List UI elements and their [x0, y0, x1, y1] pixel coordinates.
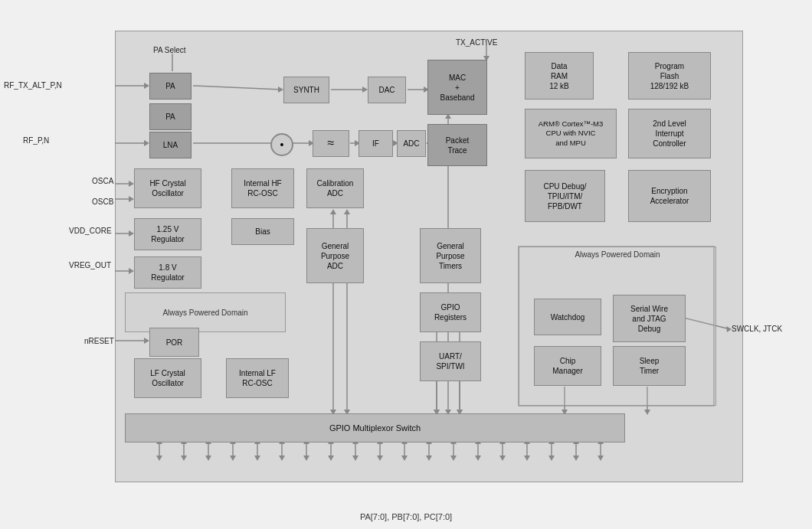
encryption-block: EncryptionAccelerator — [628, 170, 711, 222]
v18-block: 1.8 VRegulator — [134, 256, 201, 289]
serial-wire-block: Serial Wireand JTAGDebug — [613, 295, 686, 342]
internal-lf-block: Internal LFRC-OSC — [226, 358, 289, 398]
diagram-wrapper: TX_ACTIVE PA Select SWCLK, JTCK RF_TX_AL… — [0, 0, 812, 529]
synth-block: SYNTH — [283, 77, 329, 103]
swclk-jtck-label: SWCLK, JTCK — [732, 325, 782, 333]
adc-block: ADC — [397, 130, 426, 157]
oscb-label: OSCB — [92, 198, 113, 206]
if-block: IF — [359, 130, 393, 157]
lna-block: LNA — [149, 132, 192, 158]
gp-adc-block: GeneralPurposeADC — [306, 228, 364, 283]
pa-select-label: PA Select — [153, 46, 186, 54]
gpio-reg-block: GPIORegisters — [420, 292, 481, 332]
tx-active-label: TX_ACTIVE — [456, 38, 497, 47]
always-powered-large-label: Always Powered Domain — [575, 250, 660, 259]
osca-label: OSCA — [92, 177, 113, 185]
data-ram-block: DataRAM12 kB — [525, 52, 594, 100]
lf-crystal-block: LF CrystalOscillator — [134, 358, 201, 398]
program-flash-block: ProgramFlash128/192 kB — [628, 52, 711, 100]
por-block: POR — [149, 328, 199, 357]
2nd-level-block: 2nd LevelInterruptController — [628, 109, 711, 158]
hf-crystal-block: HF CrystalOscillator — [134, 168, 201, 208]
watchdog-block: Watchdog — [534, 299, 601, 335]
bias-block: Bias — [231, 218, 294, 245]
pa2-block: PA — [149, 103, 192, 130]
cpu-debug-block: CPU Debug/TPIU/ITM/FPB/DWT — [525, 170, 605, 222]
vreg-out-label: VREG_OUT — [69, 261, 111, 269]
packet-trace-block: PacketTrace — [427, 124, 487, 166]
v125-block: 1.25 VRegulator — [134, 218, 201, 250]
nreset-label: nRESET — [84, 337, 114, 345]
rf-pn-label: RF_P,N — [23, 136, 49, 145]
mixer-symbol: • — [270, 133, 293, 156]
rf-tx-alt-label: RF_TX_ALT_P,N — [4, 81, 62, 90]
chip-manager-block: ChipManager — [534, 346, 601, 386]
gpio-mux-block: GPIO Multiplexor Switch — [125, 413, 625, 442]
always-powered-small-box: Always Powered Domain — [125, 292, 286, 332]
filter-block: ≈ — [313, 130, 349, 157]
uart-block: UART/SPI/TWI — [420, 341, 481, 381]
internal-hf-block: Internal HFRC-OSC — [231, 168, 294, 208]
bottom-label: PA[7:0], PB[7:0], PC[7:0] — [0, 512, 812, 521]
arm-cpu-block: ARM® Cortex™-M3CPU with NVICand MPU — [525, 109, 617, 158]
pa1-block: PA — [149, 73, 192, 100]
sleep-timer-block: SleepTimer — [613, 346, 686, 386]
gp-timers-block: GeneralPurposeTimers — [420, 228, 481, 283]
vdd-core-label: VDD_CORE — [69, 227, 112, 235]
dac-block: DAC — [368, 77, 406, 103]
cal-adc-block: CalibrationADC — [306, 168, 364, 208]
mac-baseband-block: MAC+Baseband — [427, 60, 487, 115]
